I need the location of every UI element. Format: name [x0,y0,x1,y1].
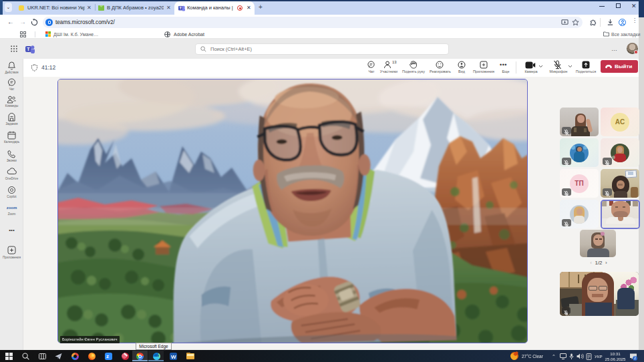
svg-text:T: T [27,47,30,51]
